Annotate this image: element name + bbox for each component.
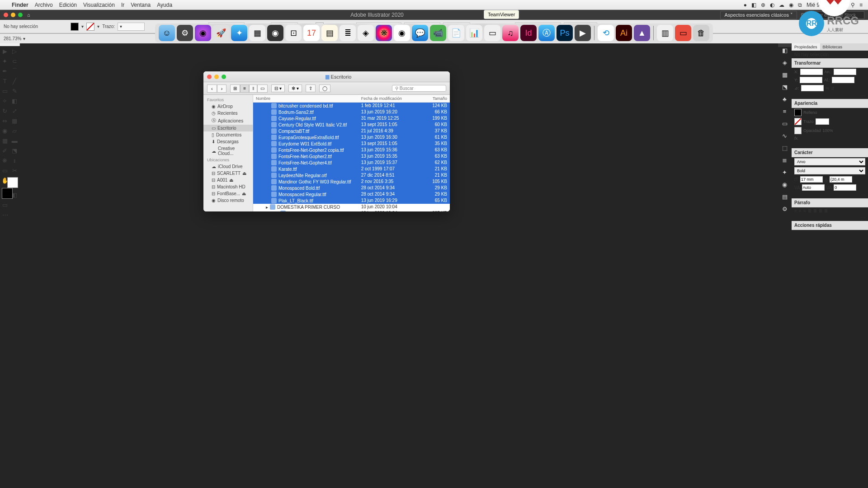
file-row[interactable]: Century Old Style W01 Italic V2.ttf13 se… [253,122,450,128]
app-icon[interactable]: ▲ [634,25,650,41]
stroke-swatch[interactable] [86,23,94,31]
appstore-icon[interactable]: Ⓐ [538,25,555,41]
panel-icon[interactable]: ⚙ [780,206,789,212]
magic-wand-tool[interactable]: ✦ [0,56,10,66]
align-left-icon[interactable]: ≡ [794,208,797,213]
panel-icon[interactable]: ◈ [780,59,789,66]
free-transform-tool[interactable]: ▦ [10,116,20,126]
shape-builder-tool[interactable]: ◉ [0,126,10,136]
angle-input[interactable] [801,85,824,91]
column-view[interactable]: ⫴ [249,84,257,93]
calendar-icon[interactable]: 17 [303,25,320,41]
more-options-icon[interactable]: ⋯ [861,192,865,197]
font-size-input[interactable] [800,176,823,183]
menu-visualizacion[interactable]: Visualización [83,2,115,8]
reminders-icon[interactable]: ≣ [340,25,356,41]
file-row[interactable]: LaydeezNite Regular.otf27 dic 2014 8:512… [253,172,450,178]
numbers-icon[interactable]: 📊 [466,25,482,41]
rotate-tool[interactable]: ↻ [0,106,10,116]
list-view[interactable]: ≡ [240,84,249,93]
sidebar-fontbase[interactable]: ⊟ FontBase... ⏏ [203,190,253,197]
col-size[interactable]: Tamaño [419,96,447,101]
graph-tool[interactable]: ⫾ [10,155,20,165]
symbol-sprayer-tool[interactable]: ❋ [0,155,10,165]
sidebar-desktop[interactable]: ▭ Escritorio [203,125,253,131]
tab-properties[interactable]: Propiedades [792,43,820,51]
justify-left-icon[interactable]: ≣ [808,208,811,213]
system-prefs-icon[interactable]: ⚙ [177,25,193,41]
x-input[interactable] [800,69,823,75]
workspace-switcher[interactable]: Aspectos esenciales clásicos ˅ [720,11,797,19]
font-weight-select[interactable]: Bold [794,167,865,174]
app-icon[interactable]: ▦ [249,25,265,41]
back-button[interactable]: ‹ [207,84,217,93]
file-row[interactable]: Bodrum-Sans2.ttf13 jun 2019 16:2066 KB [253,109,450,115]
chevron-down-icon[interactable]: ▾ [23,36,25,41]
align-right-icon[interactable]: ≡ [803,208,806,213]
file-row[interactable]: FontsFree-Net-Gopher2.ttf13 jun 2019 15:… [253,153,450,160]
sidebar-downloads[interactable]: ⬇ Descargas [203,138,253,145]
sidebar-remote-disk[interactable]: ◉ Disco remoto [203,197,253,204]
file-row[interactable]: Eurydome W01 ExtBold.ttf13 sept 2015 1:0… [253,141,450,147]
flip-h-icon[interactable]: ⇋ [826,86,829,91]
mesh-tool[interactable]: ▦ [0,136,10,145]
menu-ayuda[interactable]: Ayuda [157,2,172,8]
siri-icon[interactable]: ≡ [859,2,863,8]
status-icon[interactable]: ⊕ [761,2,765,8]
fill-swatch[interactable] [71,23,79,31]
eraser-tool[interactable]: ◧ [10,96,20,106]
forward-button[interactable]: › [217,84,227,93]
chevron-down-icon[interactable]: ▾ [81,24,84,29]
y-input[interactable] [800,77,822,83]
finder-search[interactable]: ⚲ Buscar [392,85,446,92]
font-family-select[interactable]: Arvo [794,158,865,165]
folder-row[interactable]: PRIMER DOCUMENTO.ai10 jun 2020 10:04895 … [253,210,450,211]
file-row[interactable]: CompactaBT.ttf21 jul 2016 4:3937 KB [253,128,450,134]
facetime-icon[interactable]: 📹 [430,25,446,41]
home-icon[interactable]: ⌂ [27,12,30,18]
menu-ir[interactable]: Ir [121,2,124,8]
sidebar-applications[interactable]: Ⓐ Aplicaciones [203,117,253,125]
menu-archivo[interactable]: Archivo [35,2,53,8]
stroke-weight[interactable]: ▾ [118,23,145,31]
sidebar-scarlett[interactable]: ⊟ SCARLETT ⏏ [203,170,253,177]
folder-icon[interactable]: ▭ [675,25,691,41]
window-controls[interactable] [4,13,23,17]
safari-icon[interactable]: ✦ [231,25,247,41]
kerning-input[interactable] [802,184,825,191]
notes-icon[interactable]: ▤ [321,25,338,41]
file-row[interactable]: EuropaGrotesqueExtraBold.ttf13 jun 2019 … [253,134,450,141]
file-row[interactable]: Plak_LT_Black.ttf13 jun 2019 16:2965 KB [253,197,450,204]
panel-icon[interactable]: ◉ [780,181,789,188]
status-icon[interactable]: ◉ [789,2,793,8]
photos-icon[interactable]: ❋ [376,25,392,41]
screen-mode-icon[interactable]: ▭ [0,200,10,210]
file-row[interactable]: Monospaced Regular.ttf28 oct 2014 9:3429… [253,191,450,197]
file-row[interactable]: Cayuse-Regular.ttf31 mar 2019 12:25199 K… [253,115,450,122]
justify-right-icon[interactable]: ≣ [819,208,822,213]
illustrator-icon[interactable]: Ai [616,25,632,41]
paintbrush-tool[interactable]: ✎ [10,86,20,96]
maps-icon[interactable]: ◈ [358,25,374,41]
slice-tool[interactable]: ✂ [10,165,20,175]
launchpad-icon[interactable]: 🚀 [213,25,229,41]
pen-tool[interactable]: ✒ [0,66,10,76]
more-options-icon[interactable]: ⋯ [861,142,865,147]
rectangle-tool[interactable]: ▭ [0,86,10,96]
artboard-tool[interactable]: ▭ [0,165,10,175]
more-options-icon[interactable]: ⋯ [861,93,865,98]
photoshop-icon[interactable]: Ps [557,25,573,41]
lasso-tool[interactable]: ⊂ [10,56,20,66]
panel-icon[interactable]: ∿ [780,132,789,139]
flip-v-icon[interactable]: ⇵ [831,86,835,91]
panel-icon[interactable]: ◧ [780,47,789,54]
group-button[interactable]: ⊟ ▾ [271,84,285,92]
file-row[interactable]: FontsFree-Net-Gopher2 copia.ttf13 jun 20… [253,147,450,153]
sidebar-airdrop[interactable]: ◉ AirDrop [203,103,253,110]
fill-swatch[interactable] [794,109,802,116]
sidebar-icloud[interactable]: ☁ iCloud Drive [203,163,253,170]
icon-view[interactable]: ⊞ [230,84,240,93]
keynote-icon[interactable]: ▭ [484,25,500,41]
finder-icon[interactable]: ☺ [159,25,175,41]
indesign-icon[interactable]: Id [520,25,537,41]
